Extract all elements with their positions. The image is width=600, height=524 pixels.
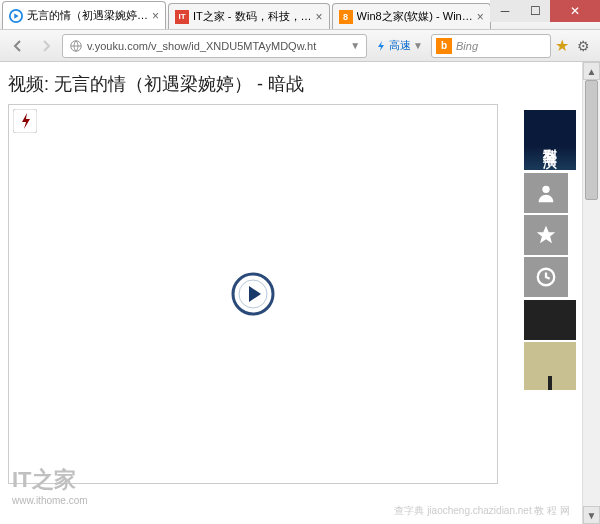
close-button[interactable]: ✕	[550, 0, 600, 22]
tab-strip: 无言的情（初遇梁婉婷… × IT IT之家 - 数码，科技，… × 8 Win8…	[0, 0, 493, 29]
main-column: 视频: 无言的情（初遇梁婉婷） - 暗战	[0, 62, 524, 524]
sidebar-thumb-1[interactable]: 有型 演	[524, 110, 576, 170]
history-button[interactable]	[524, 257, 568, 297]
content-area: 视频: 无言的情（初遇梁婉婷） - 暗战 有型 演	[0, 62, 600, 524]
url-text: v.youku.com/v_show/id_XNDU5MTAyMDQw.ht	[87, 40, 316, 52]
lightning-icon	[375, 40, 387, 52]
speed-mode[interactable]: 高速 ▼	[371, 38, 427, 53]
tab-win8[interactable]: 8 Win8之家(软媒) - Win… ×	[332, 3, 491, 29]
ithome-icon: IT	[175, 10, 189, 24]
search-placeholder: Bing	[456, 40, 478, 52]
watermark-url: www.ithome.com	[12, 495, 88, 506]
chevron-down-icon: ▼	[413, 40, 423, 51]
favorites-button[interactable]: ★	[555, 36, 569, 55]
tools-button[interactable]: ⚙	[573, 38, 594, 54]
sidebar-thumb-2[interactable]	[524, 300, 576, 340]
sidebar-thumb-3[interactable]	[524, 342, 576, 390]
watermark-left: IT之家 www.ithome.com	[12, 465, 88, 506]
right-sidebar: 有型 演	[524, 62, 582, 524]
page-title: 视频: 无言的情（初遇梁婉婷） - 暗战	[8, 72, 516, 96]
sidebar-buttons	[524, 172, 582, 298]
win8-icon: 8	[339, 10, 353, 24]
video-player[interactable]	[8, 104, 498, 484]
watermark-right: 查字典 jiaocheng.chazidian.net 教 程 网	[394, 504, 570, 518]
back-button[interactable]	[6, 34, 30, 58]
youku-icon	[9, 9, 23, 23]
favorite-button[interactable]	[524, 215, 568, 255]
scroll-down-button[interactable]: ▼	[583, 506, 600, 524]
close-icon[interactable]: ×	[477, 10, 484, 24]
scroll-track[interactable]	[583, 80, 600, 506]
address-bar: v.youku.com/v_show/id_XNDU5MTAyMDQw.ht ▼…	[0, 30, 600, 62]
star-icon	[535, 224, 557, 246]
vertical-scrollbar: ▲ ▼	[582, 62, 600, 524]
maximize-button[interactable]: ☐	[520, 0, 550, 22]
scroll-thumb[interactable]	[585, 80, 598, 200]
tab-title: IT之家 - 数码，科技，…	[193, 9, 312, 24]
back-icon	[10, 38, 26, 54]
dropdown-icon[interactable]: ▼	[350, 40, 360, 51]
svg-point-5	[542, 186, 549, 193]
search-input[interactable]: b Bing	[431, 34, 551, 58]
play-button[interactable]	[231, 272, 275, 316]
speed-label: 高速	[389, 38, 411, 53]
globe-icon	[69, 39, 83, 53]
forward-button[interactable]	[34, 34, 58, 58]
clock-icon	[535, 266, 557, 288]
tab-title: Win8之家(软媒) - Win…	[357, 9, 473, 24]
forward-icon	[38, 38, 54, 54]
window-controls: ─ ☐ ✕	[490, 0, 600, 22]
user-icon	[535, 182, 557, 204]
user-button[interactable]	[524, 173, 568, 213]
scroll-up-button[interactable]: ▲	[583, 62, 600, 80]
tab-ithome[interactable]: IT IT之家 - 数码，科技，… ×	[168, 3, 330, 29]
close-icon[interactable]: ×	[152, 9, 159, 23]
flash-icon	[13, 109, 37, 133]
window-titlebar: 无言的情（初遇梁婉婷… × IT IT之家 - 数码，科技，… × 8 Win8…	[0, 0, 600, 30]
tab-youku[interactable]: 无言的情（初遇梁婉婷… ×	[2, 1, 166, 29]
url-input[interactable]: v.youku.com/v_show/id_XNDU5MTAyMDQw.ht ▼	[62, 34, 367, 58]
close-icon[interactable]: ×	[316, 10, 323, 24]
bing-icon: b	[436, 38, 452, 54]
watermark-logo: IT之家	[12, 465, 88, 495]
tab-title: 无言的情（初遇梁婉婷…	[27, 8, 148, 23]
minimize-button[interactable]: ─	[490, 0, 520, 22]
